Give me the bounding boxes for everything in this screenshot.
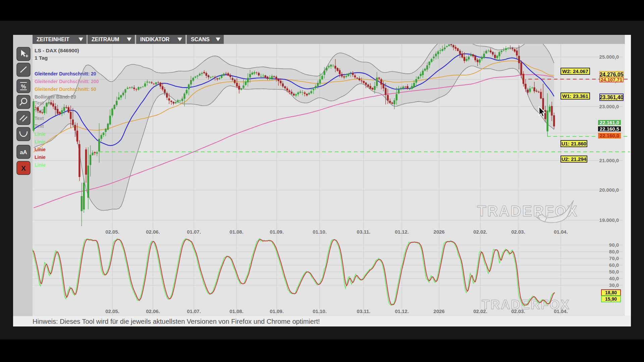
svg-text:18,80: 18,80: [605, 290, 617, 295]
svg-text:INDIKATOR: INDIKATOR: [140, 37, 170, 42]
svg-text:1 Tag: 1 Tag: [35, 55, 48, 61]
svg-text:Linie: Linie: [35, 155, 46, 160]
svg-text:LS - DAX (846900): LS - DAX (846900): [35, 48, 79, 53]
svg-text:01.12.: 01.12.: [395, 308, 409, 314]
svg-text:%: %: [21, 83, 26, 90]
svg-text:Linie: Linie: [35, 147, 46, 152]
svg-text:01.04.: 01.04.: [554, 308, 568, 314]
svg-text:W1: 23.361: W1: 23.361: [562, 93, 588, 99]
svg-text:ZEITEINHEIT: ZEITEINHEIT: [37, 37, 69, 42]
svg-text:23.000,0: 23.000,0: [599, 104, 619, 109]
svg-text:2026: 2026: [433, 229, 444, 235]
svg-text:15,90: 15,90: [605, 296, 617, 302]
svg-text:2026: 2026: [433, 308, 444, 314]
svg-text:19.000,0: 19.000,0: [599, 217, 619, 223]
svg-text:01.08.: 01.08.: [229, 229, 244, 235]
svg-text:24.107,71: 24.107,71: [601, 77, 623, 82]
svg-text:01.09.: 01.09.: [270, 308, 284, 314]
svg-text:03.11.: 03.11.: [357, 229, 371, 235]
svg-text:X: X: [21, 164, 26, 172]
svg-text:60,0: 60,0: [609, 262, 619, 268]
svg-text:ZEITRAUM: ZEITRAUM: [92, 37, 119, 42]
svg-text:50,0: 50,0: [609, 269, 619, 275]
svg-text:01.12.: 01.12.: [395, 229, 409, 235]
svg-text:01.09.: 01.09.: [270, 229, 284, 235]
svg-text:01.07.: 01.07.: [187, 308, 201, 314]
svg-text:02.03.: 02.03.: [511, 308, 525, 314]
svg-text:02.06.: 02.06.: [146, 229, 160, 235]
svg-text:SCANS: SCANS: [191, 37, 210, 42]
svg-text:03.11.: 03.11.: [357, 308, 371, 314]
svg-text:30,0: 30,0: [609, 282, 619, 288]
svg-text:21.000,0: 21.000,0: [599, 158, 619, 163]
svg-text:aA: aA: [20, 149, 27, 156]
svg-text:02.02.: 02.02.: [473, 229, 487, 235]
svg-text:01.08.: 01.08.: [229, 308, 244, 314]
svg-text:90,0: 90,0: [609, 242, 619, 248]
svg-text:25.000,0: 25.000,0: [599, 54, 619, 60]
svg-text:02.06.: 02.06.: [146, 308, 160, 314]
svg-text:Hinweis: Dieses Tool wird für: Hinweis: Dieses Tool wird für die jeweil…: [33, 318, 320, 325]
svg-text:W2: 24.067: W2: 24.067: [562, 68, 588, 74]
svg-text:22.160,0: 22.160,0: [600, 133, 619, 138]
svg-text:01.10.: 01.10.: [313, 308, 327, 314]
svg-text:01.04.: 01.04.: [554, 229, 568, 235]
svg-text:02.03.: 02.03.: [511, 229, 525, 235]
svg-text:Linie: Linie: [35, 162, 46, 168]
svg-text:01.07.: 01.07.: [187, 229, 201, 235]
svg-text:U1: 21.860: U1: 21.860: [561, 141, 586, 146]
svg-text:80,0: 80,0: [609, 249, 619, 254]
svg-text:23.361,40: 23.361,40: [599, 95, 623, 100]
svg-text:22.160,5: 22.160,5: [600, 126, 619, 132]
svg-text:02.05.: 02.05.: [105, 308, 119, 314]
svg-text:U2: 21.294: U2: 21.294: [561, 156, 587, 162]
svg-text:02.02.: 02.02.: [473, 308, 487, 314]
svg-text:22.161,0: 22.161,0: [600, 120, 619, 125]
svg-text:24.276,05: 24.276,05: [599, 72, 623, 77]
svg-text:20.000,0: 20.000,0: [599, 187, 619, 193]
svg-text:70,0: 70,0: [609, 255, 619, 261]
svg-text:01.10.: 01.10.: [313, 229, 327, 235]
svg-text:40,0: 40,0: [609, 276, 619, 281]
svg-text:02.05.: 02.05.: [105, 229, 119, 235]
